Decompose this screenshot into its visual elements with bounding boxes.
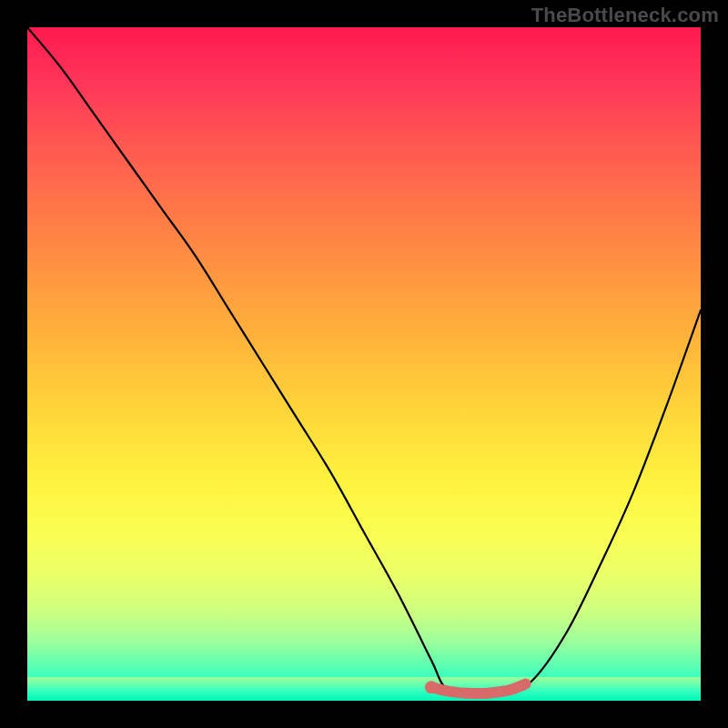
plot-area bbox=[27, 27, 701, 701]
chart-svg bbox=[27, 27, 701, 701]
watermark-text: TheBottleneck.com bbox=[531, 4, 719, 27]
optimal-range-start-dot bbox=[425, 681, 438, 693]
chart-frame: TheBottleneck.com bbox=[0, 0, 728, 728]
optimal-range-marker bbox=[431, 684, 526, 694]
bottleneck-curve bbox=[27, 27, 701, 695]
